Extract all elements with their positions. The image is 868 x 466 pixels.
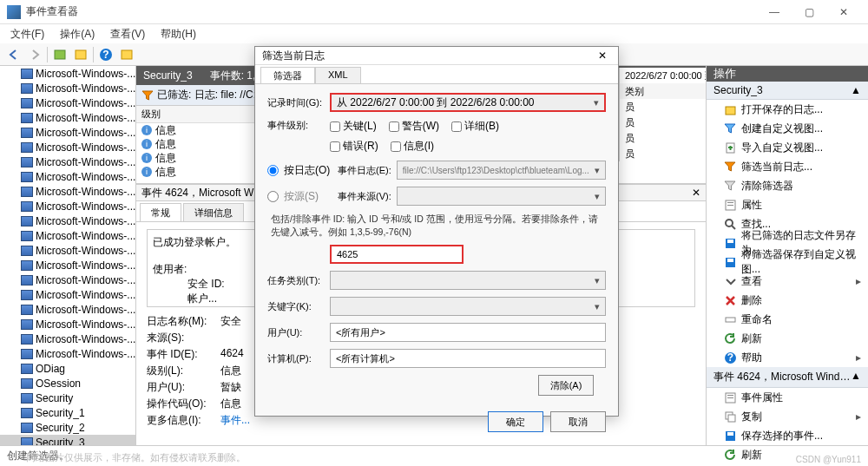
toolbar-icon-2[interactable]	[72, 46, 89, 63]
close-button[interactable]: ✕	[826, 0, 861, 24]
navigation-tree[interactable]: Microsoft-Windows-...Microsoft-Windows-.…	[0, 66, 136, 445]
tree-item[interactable]: Microsoft-Windows-...	[0, 346, 135, 361]
tree-item[interactable]: Microsoft-Windows-...	[0, 287, 135, 302]
tree-item[interactable]: Microsoft-Windows-...	[0, 228, 135, 243]
toolbar-icon-3[interactable]	[118, 46, 135, 63]
menu-action[interactable]: 操作(A)	[55, 25, 100, 43]
tree-item[interactable]: Microsoft-Windows-...	[0, 272, 135, 287]
action-item[interactable]: 删除	[707, 291, 868, 310]
tree-item[interactable]: Microsoft-Windows-...	[0, 243, 135, 258]
tree-item-label: Microsoft-Windows-...	[36, 127, 135, 139]
computer-input[interactable]	[330, 349, 606, 368]
radio-by-log[interactable]	[267, 165, 279, 176]
menu-view[interactable]: 查看(V)	[105, 25, 150, 43]
menu-file[interactable]: 文件(F)	[5, 25, 49, 43]
tree-item[interactable]: Microsoft-Windows-...	[0, 66, 135, 81]
back-button[interactable]	[5, 46, 23, 63]
action-label: 事件属性	[741, 391, 783, 405]
action-item[interactable]: 打开保存的日志...	[707, 100, 868, 119]
info-icon: i	[141, 139, 152, 149]
forward-button[interactable]	[26, 46, 43, 63]
tree-item-label: Microsoft-Windows-...	[36, 186, 135, 198]
cb-info[interactable]: 信息(I)	[391, 139, 434, 154]
cb-warning[interactable]: 警告(W)	[389, 119, 439, 134]
tree-item[interactable]: Microsoft-Windows-...	[0, 95, 135, 110]
tree-item[interactable]: Microsoft-Windows-...	[0, 331, 135, 346]
event-log-select[interactable]: file://C:\Users\ftp123\Desktop\ctf\bluet…	[397, 161, 606, 180]
action-item[interactable]: 属性	[707, 195, 868, 214]
tree-item[interactable]: Microsoft-Windows-...	[0, 140, 135, 154]
radio-by-source[interactable]	[267, 191, 279, 202]
tree-item[interactable]: Security_2	[0, 420, 135, 435]
log-name: Security_3	[143, 69, 193, 82]
tree-item[interactable]: Security	[0, 391, 135, 405]
minimize-button[interactable]: —	[757, 0, 792, 24]
svg-text:?: ?	[727, 351, 733, 364]
user-input[interactable]	[330, 323, 606, 342]
action-item[interactable]: 创建自定义视图...	[707, 119, 868, 138]
log-icon	[21, 275, 33, 286]
dialog-tab-xml[interactable]: XML	[315, 67, 361, 83]
detail-close-icon[interactable]: ✕	[692, 187, 700, 199]
keywords-select[interactable]	[330, 297, 606, 316]
action-item[interactable]: 保存选择的事件...	[707, 426, 868, 445]
log-icon	[21, 319, 33, 330]
action-item[interactable]: ?帮助▸	[707, 348, 868, 367]
tree-item[interactable]: Microsoft-Windows-...	[0, 169, 135, 184]
event-source-select[interactable]	[397, 187, 606, 206]
tree-item[interactable]: Security_1	[0, 405, 135, 420]
app-icon	[7, 5, 21, 19]
action-item[interactable]: 重命名	[707, 310, 868, 329]
tree-item[interactable]: Microsoft-Windows-...	[0, 184, 135, 199]
tree-item[interactable]: Security_3	[0, 435, 135, 445]
action-icon	[724, 218, 736, 230]
tab-general[interactable]: 常规	[140, 203, 181, 221]
menu-help[interactable]: 帮助(H)	[155, 25, 201, 43]
tree-item[interactable]: Microsoft-Windows-...	[0, 125, 135, 140]
record-time-select[interactable]: 从 2022/6/27 0:00:00 到 2022/6/28 0:00:00	[330, 93, 606, 112]
tree-item[interactable]: Microsoft-Windows-...	[0, 110, 135, 125]
log-icon	[21, 83, 33, 94]
cancel-button[interactable]: 取消	[550, 411, 606, 432]
action-item[interactable]: 清除筛选器	[707, 176, 868, 195]
tree-item[interactable]: ODiag	[0, 361, 135, 376]
clear-button[interactable]: 清除(A)	[538, 375, 594, 396]
tree-item[interactable]: Microsoft-Windows-...	[0, 302, 135, 317]
action-label: 复制	[741, 410, 762, 424]
cb-verbose[interactable]: 详细(B)	[451, 119, 499, 134]
cb-critical[interactable]: 关键(L)	[330, 119, 377, 134]
action-icon	[724, 313, 736, 325]
tree-item[interactable]: Microsoft-Windows-...	[0, 213, 135, 228]
ok-button[interactable]: 确定	[488, 411, 543, 432]
more-info-link[interactable]: 事件...	[220, 413, 250, 428]
action-label: 重命名	[741, 312, 773, 327]
action-item[interactable]: 筛选当前日志...	[707, 157, 868, 176]
menu-bar: 文件(F) 操作(A) 查看(V) 帮助(H)	[0, 24, 868, 43]
task-category-select[interactable]	[330, 271, 606, 290]
help-icon[interactable]: ?	[97, 46, 115, 63]
log-icon	[21, 349, 33, 359]
maximize-button[interactable]: ▢	[792, 0, 826, 24]
tree-item[interactable]: Microsoft-Windows-...	[0, 81, 135, 95]
log-icon	[21, 201, 33, 212]
tree-item[interactable]: OSession	[0, 376, 135, 391]
tree-item[interactable]: Microsoft-Windows-...	[0, 199, 135, 213]
action-icon	[724, 141, 736, 154]
dialog-tab-filter[interactable]: 筛选器	[260, 67, 315, 83]
tab-detail[interactable]: 详细信息	[183, 203, 244, 221]
tree-item[interactable]: Microsoft-Windows-...	[0, 317, 135, 331]
event-id-input[interactable]	[330, 245, 464, 264]
cb-error[interactable]: 错误(R)	[330, 139, 378, 154]
tree-item[interactable]: Microsoft-Windows-...	[0, 258, 135, 272]
action-item[interactable]: 事件属性	[707, 388, 868, 407]
action-item[interactable]: 将筛选器保存到自定义视图...	[707, 253, 868, 272]
action-item[interactable]: 导入自定义视图...	[707, 138, 868, 157]
tree-item[interactable]: Microsoft-Windows-...	[0, 154, 135, 169]
svg-rect-12	[727, 240, 733, 243]
filter-icon	[141, 89, 154, 102]
action-item[interactable]: 复制▸	[707, 407, 868, 426]
toolbar-icon-1[interactable]	[51, 46, 69, 63]
dialog-close-icon[interactable]: ✕	[594, 47, 611, 64]
action-item[interactable]: 刷新	[707, 329, 868, 348]
svg-rect-19	[727, 395, 733, 396]
